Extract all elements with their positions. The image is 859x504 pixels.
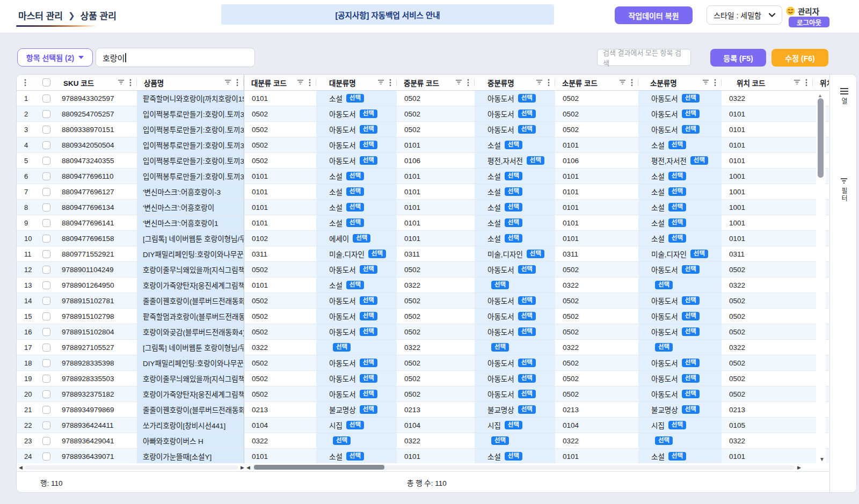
filter-funnel-icon[interactable] <box>224 79 231 85</box>
row-checkbox[interactable] <box>42 110 50 118</box>
select-badge-button[interactable]: 선택 <box>360 109 377 119</box>
pinned-horizontal-scrollbar[interactable]: ◀ ▶ <box>19 465 244 470</box>
kebab-menu-icon[interactable] <box>548 79 550 86</box>
filter-funnel-icon[interactable] <box>377 79 384 85</box>
table-row[interactable]: 48809342050504입이쩍봉투로만들기:호랑이.토끼30502아동도서선… <box>17 137 829 153</box>
select-badge-button[interactable]: 선택 <box>505 421 522 430</box>
vertical-scrollbar-thumb[interactable] <box>818 98 824 178</box>
style-select[interactable]: 스타일 : 세밀함 <box>707 5 782 25</box>
table-row[interactable]: 219788934979869줄줄이꿴호랑이(블루버드전래동화200213불교명… <box>17 402 829 418</box>
table-row[interactable]: 38809338970151입이쩍봉투로만들기:호랑이.토끼3-30502아동도… <box>17 122 829 137</box>
select-badge-button[interactable]: 선택 <box>655 343 673 352</box>
row-checkbox[interactable] <box>42 250 50 258</box>
scroll-left-arrow-icon[interactable]: ◀ <box>19 465 23 470</box>
row-checkbox[interactable] <box>42 344 50 352</box>
select-badge-button[interactable]: 선택 <box>682 327 700 337</box>
row-checkbox[interactable] <box>42 328 50 336</box>
header-cat3-name[interactable]: 소분류명 <box>638 75 722 90</box>
header-location-code[interactable]: 위치 코드 <box>722 75 813 90</box>
scroll-up-arrow-icon[interactable]: ▲ <box>818 93 822 98</box>
filter-funnel-icon[interactable] <box>297 79 304 85</box>
select-badge-button[interactable]: 선택 <box>360 390 377 399</box>
select-badge-button[interactable]: 선택 <box>360 296 377 305</box>
table-row[interactable]: 229788936424411쏘가리호랑이[창비시선441]0104시집선택01… <box>17 418 829 433</box>
table-row[interactable]: 28809254705257입이쩍봉투로만들기:호랑이.토끼3110502아동도… <box>17 106 829 122</box>
select-badge-button[interactable]: 선택 <box>682 390 700 399</box>
select-badge-button[interactable]: 선택 <box>505 141 522 150</box>
select-badge-button[interactable]: 선택 <box>682 374 700 383</box>
header-cat1-name[interactable]: 대분류명 <box>316 75 397 90</box>
select-badge-button[interactable]: 선택 <box>346 218 364 228</box>
select-badge-button[interactable]: 선택 <box>682 265 700 274</box>
select-badge-button[interactable]: 선택 <box>518 327 536 337</box>
row-checkbox[interactable] <box>42 375 50 383</box>
row-checkbox[interactable] <box>42 141 50 149</box>
select-badge-button[interactable]: 선택 <box>518 125 536 134</box>
table-row[interactable]: 149788915102781줄줄이꿴호랑이(블루버드전래동화200502아동도… <box>17 293 829 309</box>
row-checkbox[interactable] <box>42 188 50 196</box>
select-badge-button[interactable]: 선택 <box>360 125 377 134</box>
row-checkbox[interactable] <box>42 203 50 211</box>
table-row[interactable]: 129788901104249호랑이줄무늬왜있을까[지식그림책210502아동도… <box>17 262 829 277</box>
select-badge-button[interactable]: 선택 <box>333 343 351 352</box>
select-badge-button[interactable]: 선택 <box>346 187 364 196</box>
select-badge-button[interactable]: 선택 <box>346 94 364 103</box>
row-checkbox[interactable] <box>42 281 50 289</box>
select-badge-button[interactable]: 선택 <box>668 218 686 228</box>
row-checkbox[interactable] <box>42 219 50 227</box>
select-badge-button[interactable]: 선택 <box>360 359 377 368</box>
select-badge-button[interactable]: 선택 <box>368 250 386 259</box>
select-badge-button[interactable]: 선택 <box>360 156 377 165</box>
row-checkbox[interactable] <box>42 157 50 165</box>
kebab-menu-icon[interactable] <box>24 79 26 86</box>
select-badge-button[interactable]: 선택 <box>655 436 673 445</box>
select-badge-button[interactable]: 선택 <box>518 94 536 103</box>
select-badge-button[interactable]: 선택 <box>518 405 536 414</box>
select-badge-button[interactable]: 선택 <box>682 296 700 305</box>
logout-button[interactable]: 로그아웃 <box>789 17 829 27</box>
search-all-results-input[interactable]: 검색 결과에서 모든 항목 검색 <box>597 49 691 66</box>
kebab-menu-icon[interactable] <box>714 79 716 86</box>
select-badge-button[interactable]: 선택 <box>360 374 377 383</box>
select-badge-button[interactable]: 선택 <box>353 234 370 243</box>
header-select-all[interactable] <box>36 75 56 90</box>
header-location-name[interactable]: 위치 <box>813 75 829 90</box>
select-badge-button[interactable]: 선택 <box>346 203 364 212</box>
select-badge-button[interactable]: 선택 <box>346 452 364 461</box>
table-row[interactable]: 239788936429041아빠와호랑이버스 H0322선택0322선택032… <box>17 433 829 449</box>
select-badge-button[interactable]: 선택 <box>518 374 536 383</box>
table-row[interactable]: 88809477696134'변신마스크':어흥호랑이0101소설선택0101소… <box>17 200 829 215</box>
row-checkbox[interactable] <box>42 126 50 134</box>
select-badge-button[interactable]: 선택 <box>491 281 509 290</box>
scroll-right-arrow-icon[interactable]: ▶ <box>797 465 801 470</box>
table-row[interactable]: 159788915102798팥죽할멈과호랑이(블루버드전래동화0502아동도서… <box>17 309 829 324</box>
select-badge-button[interactable]: 선택 <box>668 203 686 212</box>
select-badge-button[interactable]: 선택 <box>668 234 686 243</box>
row-checkbox[interactable] <box>42 235 50 243</box>
table-row[interactable]: 78809477696127'변신마스크':어흥호랑이-30101소설선택010… <box>17 184 829 200</box>
filter-panel-button[interactable]: 필터 <box>830 178 857 202</box>
filter-funnel-icon[interactable] <box>455 79 462 85</box>
select-all-checkbox[interactable] <box>42 78 50 86</box>
filter-funnel-icon[interactable] <box>702 79 709 85</box>
select-badge-button[interactable]: 선택 <box>505 452 522 461</box>
select-badge-button[interactable]: 선택 <box>491 343 509 352</box>
filter-funnel-icon[interactable] <box>536 79 543 85</box>
table-row[interactable]: 19788943302597팥죽할머니와호랑이[까치호랑이15]0101소설선택… <box>17 91 829 106</box>
table-row[interactable]: 58809473240355입이쩍봉투로만들기:호랑이.토끼3 10502아동도… <box>17 153 829 169</box>
row-checkbox[interactable] <box>42 406 50 414</box>
kebab-menu-icon[interactable] <box>805 79 807 86</box>
select-badge-button[interactable]: 선택 <box>518 109 536 119</box>
header-cat3-code[interactable]: 소분류 코드 <box>555 75 638 90</box>
table-row[interactable]: 139788901264950호랑이가죽양탄자[웅진세계그림책230101소설선… <box>17 277 829 293</box>
table-row[interactable]: 209788932375182호랑이가죽양탄자[웅진세계그림책230502아동도… <box>17 386 829 402</box>
kebab-menu-icon[interactable] <box>236 79 238 86</box>
row-checkbox[interactable] <box>42 172 50 180</box>
row-checkbox[interactable] <box>42 452 50 461</box>
select-badge-button[interactable]: 선택 <box>333 436 351 445</box>
select-badge-button[interactable]: 선택 <box>491 436 509 445</box>
vertical-scrollbar[interactable]: ▲ <box>816 91 826 463</box>
select-badge-button[interactable]: 선택 <box>518 312 536 321</box>
select-badge-button[interactable]: 선택 <box>346 281 364 290</box>
columns-panel-button[interactable]: 열 <box>830 88 857 105</box>
